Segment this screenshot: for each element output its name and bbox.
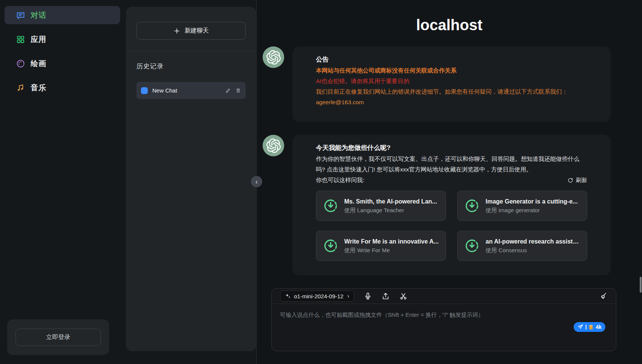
chat-history-panel: 新建聊天 历史记录 New Chat [126,7,256,351]
microphone-icon[interactable] [364,292,372,300]
suggestion-text: Image Generator is a cutting-e... 使用 ima… [486,197,578,214]
token-badge: 4k [596,324,602,330]
composer-toolbar: o1-mini-2024-09-12 › [272,288,616,304]
model-sparkle-icon [285,293,291,299]
sidebar-item-label: 应用 [31,34,46,45]
suggestion-subtitle: 使用 Consensus [486,246,580,254]
left-sidebar: 对话 应用 绘画 [0,0,125,364]
token-coin-icon [589,324,593,330]
suggestion-title: Write For Me is an innovative A... [344,237,439,246]
chevron-left-icon: ‹ [255,178,258,185]
main-chat-area: ‹ localhost 公告 本网站与任何其他公司或商标没有任何关联或合作关系 … [256,0,642,364]
chat-item-actions [225,88,241,93]
ask-row: 你也可以这样问我: 刷新 [316,175,587,185]
page-title: localhost [257,0,642,34]
chat-history-column: 新建聊天 历史记录 New Chat [125,0,256,364]
suggestion-card[interactable]: Write For Me is an innovative A... 使用 Wr… [316,231,446,261]
panel-divider [126,51,256,51]
sidebar-item-label: 音乐 [31,83,46,93]
plugin-download-icon [464,238,480,253]
announcement-line-2: AI也会犯错。请勿将其用于重要目的 [316,76,587,86]
plugin-download-icon [323,198,338,213]
send-button[interactable]: 4k [574,322,605,332]
sidebar-item-apps[interactable]: 应用 [5,30,120,48]
suggestion-text: an AI-powered research assista... 使用 Con… [486,237,580,254]
music-note-icon [16,83,25,93]
contact-email-link[interactable]: ageerle@163.com [316,97,587,108]
sidebar-item-label: 绘画 [31,59,46,69]
announcement-message: 公告 本网站与任何其他公司或商标没有任何关联或合作关系 AI也会犯错。请勿将其用… [263,46,611,122]
suggestion-text: Ms. Smith, the AI-powered Lan... 使用 Lang… [344,197,437,214]
new-chat-label: 新建聊天 [185,27,209,35]
palette-icon [16,59,25,68]
chat-bubble-icon [16,11,25,20]
suggestion-subtitle: 使用 Write For Me [344,246,439,254]
plugin-download-icon [323,238,338,253]
refresh-label: 刷新 [576,175,587,185]
apps-grid-icon [16,35,25,44]
ask-line: 你也可以这样问我: [316,175,364,185]
suggestion-card[interactable]: an AI-powered research assista... 使用 Con… [457,231,587,261]
openai-logo-icon [266,139,281,153]
announcement-bubble: 公告 本网站与任何其他公司或商标没有任何关联或合作关系 AI也会犯错。请勿将其用… [292,46,611,122]
sidebar-item-chat[interactable]: 对话 [5,6,120,24]
suggestion-card[interactable]: Ms. Smith, the AI-powered Lan... 使用 Lang… [316,191,446,221]
suggestion-text: Write For Me is an innovative A... 使用 Wr… [344,237,439,254]
login-button[interactable]: 立即登录 [15,329,101,346]
sidebar-item-music[interactable]: 音乐 [5,79,120,97]
model-selector[interactable]: o1-mini-2024-09-12 › [280,290,354,302]
send-plane-icon [577,324,583,330]
welcome-message: 今天我能为您做些什么呢? 作为你的智慧伙伴，我不仅可以写文案、出点子，还可以和你… [263,135,611,275]
suggestion-card[interactable]: Image Generator is a cutting-e... 使用 ima… [457,191,587,221]
messages-list: 公告 本网站与任何其他公司或商标没有任何关联或合作关系 AI也会犯错。请勿将其用… [257,34,642,288]
scissors-icon[interactable] [399,292,407,300]
scrollbar-thumb[interactable] [640,277,642,293]
send-divider [586,325,586,330]
welcome-bubble: 今天我能为您做些什么呢? 作为你的智慧伙伴，我不仅可以写文案、出点子，还可以和你… [292,135,611,275]
welcome-body: 作为你的智慧伙伴，我不仅可以写文案、出点子，还可以和你聊天、回答问题。想知道我还… [316,154,587,175]
chevron-right-icon: › [347,293,349,299]
welcome-title: 今天我能为您做些什么呢? [316,142,587,154]
clear-broom-icon[interactable] [599,292,608,300]
suggestion-grid: Ms. Smith, the AI-powered Lan... 使用 Lang… [316,191,587,261]
assistant-avatar [263,46,284,68]
composer: o1-mini-2024-09-12 › [271,288,616,351]
announcement-title: 公告 [316,54,587,65]
chat-item-avatar [141,87,148,94]
delete-icon[interactable] [235,88,241,93]
announcement-line-1: 本网站与任何其他公司或商标没有任何关联或合作关系 [316,65,587,76]
suggestion-subtitle: 使用 Language Teacher [344,206,437,214]
suggestion-title: an AI-powered research assista... [486,237,580,246]
edit-icon[interactable] [225,88,231,93]
chat-list-item[interactable]: New Chat [136,82,246,99]
refresh-button[interactable]: 刷新 [568,175,587,185]
new-chat-button[interactable]: 新建聊天 [136,22,246,40]
suggestion-subtitle: 使用 image generator [486,206,578,214]
plus-icon [173,28,180,34]
message-input[interactable]: 可输入说点什么，也可贴截图或拖拽文件（Shift + Enter = 换行，"/… [272,304,616,351]
announcement-line-3: 我们目前正在修复我们网站上的错误并改进细节。如果您有任何疑问，请通过以下方式联系… [316,86,587,97]
refresh-icon [568,177,573,183]
sidebar-item-drawing[interactable]: 绘画 [5,54,120,72]
chat-item-title: New Chat [152,87,221,94]
upload-icon[interactable] [382,292,390,300]
plugin-download-icon [464,198,480,213]
suggestion-title: Image Generator is a cutting-e... [486,197,578,206]
login-card: 立即登录 [7,319,109,355]
assistant-avatar [263,135,284,156]
model-label: o1-mini-2024-09-12 [294,293,343,299]
openai-logo-icon [266,50,281,65]
suggestion-title: Ms. Smith, the AI-powered Lan... [344,197,437,206]
history-title: 历史记录 [136,62,246,71]
sidebar-item-label: 对话 [31,10,46,20]
collapse-sidebar-button[interactable]: ‹ [251,176,262,187]
